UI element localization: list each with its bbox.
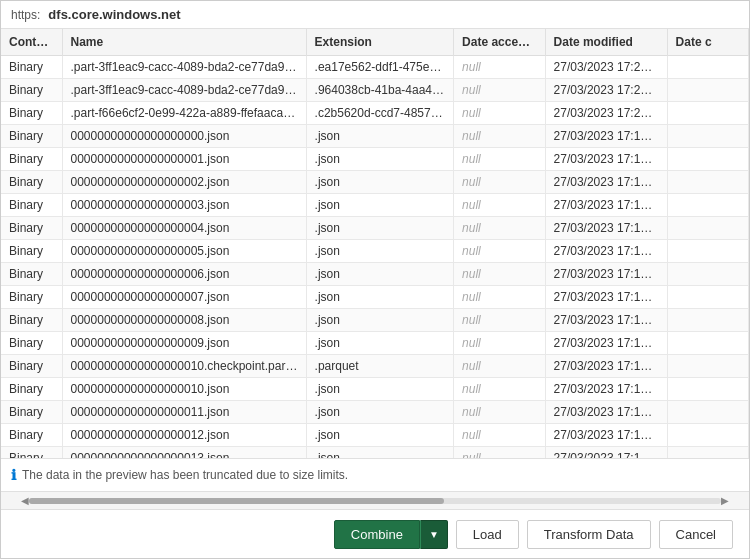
table-cell: null [454,240,546,263]
table-row[interactable]: Binary00000000000000000010.json.jsonnull… [1,378,749,401]
table-row[interactable]: Binary.part-f66e6cf2-0e99-422a-a889-ffef… [1,102,749,125]
table-cell: 00000000000000000011.json [62,401,306,424]
table-cell: 27/03/2023 17:21:26 [545,79,667,102]
table-row[interactable]: Binary.part-3ff1eac9-cacc-4089-bda2-ce77… [1,79,749,102]
header-date-c: Date c [667,29,748,56]
table-cell: null [454,148,546,171]
table-row[interactable]: Binary00000000000000000000.json.jsonnull… [1,125,749,148]
table-cell [667,217,748,240]
table-cell: Binary [1,171,62,194]
table-cell: Binary [1,240,62,263]
combine-dropdown-button[interactable]: ▼ [420,520,448,549]
table-cell [667,447,748,460]
table-cell: Binary [1,56,62,79]
table-cell: null [454,79,546,102]
table-cell: Binary [1,217,62,240]
table-row[interactable]: Binary00000000000000000007.json.jsonnull… [1,286,749,309]
table-cell: Binary [1,309,62,332]
table-row[interactable]: Binary00000000000000000011.json.jsonnull… [1,401,749,424]
table-cell: 27/03/2023 17:19:33 [545,217,667,240]
table-cell: Binary [1,79,62,102]
table-cell: .json [306,240,453,263]
table-row[interactable]: Binary00000000000000000005.json.jsonnull… [1,240,749,263]
table-cell: 00000000000000000009.json [62,332,306,355]
table-cell: Binary [1,378,62,401]
table-cell: Binary [1,424,62,447]
protocol-label: https: [11,8,40,22]
table-cell: 00000000000000000003.json [62,194,306,217]
table-cell: Binary [1,401,62,424]
table-cell: .parquet [306,355,453,378]
table-cell: .json [306,401,453,424]
scroll-left-icon[interactable]: ◀ [21,495,29,506]
table-cell: Binary [1,332,62,355]
scroll-right-icon[interactable]: ▶ [721,495,729,506]
table-cell: 27/03/2023 17:23:36 [545,102,667,125]
table-row[interactable]: Binary00000000000000000003.json.jsonnull… [1,194,749,217]
table-cell: .json [306,286,453,309]
table-cell: null [454,286,546,309]
table-cell: .json [306,332,453,355]
combine-button[interactable]: Combine [334,520,420,549]
table-cell: 00000000000000000000.json [62,125,306,148]
table-cell: null [454,424,546,447]
table-cell: .ea17e562-ddf1-475e-87af-d60c0ebc64e4 [306,56,453,79]
table-cell: 00000000000000000006.json [62,263,306,286]
table-cell: Binary [1,102,62,125]
table-cell: 00000000000000000010.json [62,378,306,401]
table-cell: null [454,378,546,401]
table-cell: .json [306,217,453,240]
table-cell [667,263,748,286]
table-cell: 27/03/2023 17:19:27 [545,148,667,171]
table-row[interactable]: Binary.part-3ff1eac9-cacc-4089-bda2-ce77… [1,56,749,79]
table-cell: 00000000000000000004.json [62,217,306,240]
table-row[interactable]: Binary00000000000000000006.json.jsonnull… [1,263,749,286]
table-cell: null [454,401,546,424]
table-cell: null [454,217,546,240]
table-cell: Binary [1,148,62,171]
table-cell [667,309,748,332]
table-row[interactable]: Binary00000000000000000002.json.jsonnull… [1,171,749,194]
table-cell [667,125,748,148]
info-bar: ℹ The data in the preview has been trunc… [1,459,749,492]
table-cell [667,286,748,309]
table-row[interactable]: Binary00000000000000000001.json.jsonnull… [1,148,749,171]
load-button[interactable]: Load [456,520,519,549]
table-row[interactable]: Binary00000000000000000012.json.jsonnull… [1,424,749,447]
table-row[interactable]: Binary00000000000000000013.json.jsonnull… [1,447,749,460]
table-cell: Binary [1,125,62,148]
table-cell: .json [306,171,453,194]
header-content: Content [1,29,62,56]
table-cell: 00000000000000000001.json [62,148,306,171]
header-date-modified: Date modified [545,29,667,56]
table-cell: .964038cb-41ba-4aa4-8938-cfa219305550b [306,79,453,102]
table-cell [667,424,748,447]
table-cell: 27/03/2023 17:19:31 [545,194,667,217]
table-cell: null [454,309,546,332]
table-cell: 00000000000000000007.json [62,286,306,309]
url-label: dfs.core.windows.net [48,7,180,22]
table-cell: Binary [1,447,62,460]
cancel-button[interactable]: Cancel [659,520,733,549]
table-cell: 00000000000000000005.json [62,240,306,263]
table-row[interactable]: Binary00000000000000000008.json.jsonnull… [1,309,749,332]
table-cell: 00000000000000000012.json [62,424,306,447]
table-row[interactable]: Binary00000000000000000009.json.jsonnull… [1,332,749,355]
table-row[interactable]: Binary00000000000000000004.json.jsonnull… [1,217,749,240]
table-cell: null [454,102,546,125]
table-row[interactable]: Binary00000000000000000010.checkpoint.pa… [1,355,749,378]
table-cell: .json [306,125,453,148]
scrollbar-area[interactable]: ◀ ▶ [1,492,749,510]
transform-data-button[interactable]: Transform Data [527,520,651,549]
table-cell: null [454,355,546,378]
table-cell: 27/03/2023 17:19:51 [545,447,667,460]
table-cell: null [454,194,546,217]
header-name: Name [62,29,306,56]
table-cell: Binary [1,263,62,286]
table-header-row: Content Name Extension Date accessed Dat… [1,29,749,56]
scroll-track[interactable] [29,498,721,504]
table-cell [667,355,748,378]
table-cell: .part-f66e6cf2-0e99-422a-a889-ffefaacaf5… [62,102,306,125]
info-icon: ℹ [11,467,16,483]
title-bar: https: dfs.core.windows.net [1,1,749,29]
